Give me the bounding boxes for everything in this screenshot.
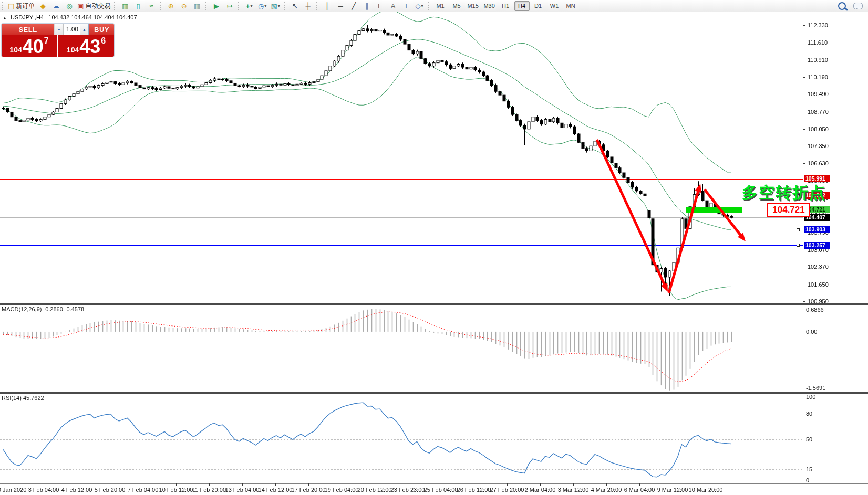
candlestick-chart-icon[interactable]: ▯: [132, 1, 145, 12]
sell-button[interactable]: SELL: [2, 24, 54, 35]
time-axis-label: 26 Feb 12:00: [457, 487, 491, 493]
price-line-badge: 103.257: [804, 242, 830, 249]
timeframe-button-M30[interactable]: M30: [482, 1, 497, 11]
toolbar-grip: [2, 2, 4, 10]
zoom-out-icon[interactable]: ⊖: [178, 1, 191, 12]
macd-axis-tick: 0.6866: [806, 307, 824, 313]
autoscroll-icon[interactable]: ▶: [210, 1, 223, 12]
volume-down-stepper[interactable]: ▼: [55, 24, 64, 35]
timeframe-button-H4[interactable]: H4: [514, 1, 530, 11]
templates-icon: ▧: [271, 3, 277, 9]
macd-axis-tick: -1.5691: [806, 385, 825, 391]
price-axis-tick: 106.630: [808, 160, 829, 166]
indicators-button[interactable]: + ▾: [243, 1, 256, 12]
buy-price-big: 43: [79, 38, 100, 56]
timeframe-button-M15[interactable]: M15: [466, 1, 481, 11]
volume-control: ▼ 1.00 ▲: [55, 24, 89, 35]
search-icon[interactable]: [838, 2, 846, 10]
turning-point-annotation[interactable]: 多空转折点: [742, 182, 826, 204]
price-axis-tick: 108.050: [808, 126, 829, 132]
toolbar-grip: [160, 2, 162, 10]
rsi-axis-tick: 15: [806, 466, 812, 472]
toolbar-grip: [428, 2, 430, 10]
funnel-icon[interactable]: ◆: [36, 1, 49, 12]
price-annotation-label[interactable]: 104.721: [767, 203, 810, 217]
buy-price-prefix: 104: [67, 46, 79, 54]
new-order-icon: ▤: [8, 3, 14, 9]
new-order-label: 新订单: [16, 2, 35, 10]
trendline-icon[interactable]: ╱: [347, 1, 360, 12]
time-axis-label: 2 Mar 04:00: [525, 487, 556, 493]
crosshair-icon[interactable]: ┼: [302, 1, 315, 12]
buy-button[interactable]: BUY: [89, 24, 114, 35]
profiles-icon[interactable]: ☁: [49, 1, 63, 12]
sell-price-big: 40: [23, 38, 44, 56]
toolbar-grip: [205, 2, 208, 10]
bar-chart-icon[interactable]: ▥: [119, 1, 132, 12]
time-axis-label: 9 Mar 12:00: [657, 487, 688, 493]
autotrade-label: 自动交易: [86, 2, 111, 10]
templates-button[interactable]: ▧ ▾: [269, 1, 282, 12]
symbol-title: USDJPY-,H4: [11, 14, 44, 20]
one-click-trade-panel: SELL ▼ 1.00 ▲ BUY 104 40 7 104 43 6: [2, 24, 114, 57]
timeframe-button-M1[interactable]: M1: [433, 1, 448, 11]
macd-label: MACD(12,26,9) -0.2860 -0.4578: [2, 306, 84, 312]
time-axis-label: 7 Feb 04:00: [128, 487, 159, 493]
time-axis-label: 23 Feb 23:00: [391, 487, 425, 493]
sell-price-prefix: 104: [9, 46, 22, 54]
price-line-badge: 105.991: [804, 175, 830, 182]
line-handle[interactable]: [797, 244, 800, 247]
signals-icon[interactable]: ◎: [63, 1, 76, 12]
price-axis-tick: 110.190: [808, 74, 828, 80]
vertical-line-icon[interactable]: │: [321, 1, 334, 12]
axis-overlays: 112.330111.610110.910110.190109.490108.7…: [0, 0, 868, 495]
rsi-label: RSI(14) 45.7622: [2, 395, 44, 401]
fibonacci-icon[interactable]: F: [374, 1, 387, 12]
chat-icon[interactable]: [853, 3, 863, 9]
price-axis-tick: 112.330: [808, 22, 828, 28]
macd-axis-tick: 0.00: [806, 329, 817, 335]
buy-price[interactable]: 104 43 6: [58, 35, 114, 57]
autotrade-button[interactable]: ▣ 自动交易: [76, 1, 112, 12]
trade-panel-prices: 104 40 7 104 43 6: [2, 35, 114, 57]
rsi-axis-tick: 0: [806, 477, 809, 483]
periods-button[interactable]: ◷ ▾: [256, 1, 269, 12]
chevron-down-icon: ▾: [264, 4, 266, 8]
timeframe-button-MN[interactable]: MN: [563, 1, 578, 11]
time-axis-label: 14 Feb 12:00: [259, 487, 293, 493]
channel-icon[interactable]: ∥: [360, 1, 374, 12]
volume-input[interactable]: 1.00: [64, 24, 80, 35]
time-axis-label: 4 Mar 20:00: [591, 487, 622, 493]
symbol-info: ▲ USDJPY-,H4 104.432 104.464 104.404 104…: [3, 14, 137, 20]
price-axis-tick: 102.370: [808, 264, 829, 270]
timeframe-button-D1[interactable]: D1: [531, 1, 546, 11]
line-chart-icon[interactable]: ≈: [145, 1, 158, 12]
trade-panel-header: SELL ▼ 1.00 ▲ BUY: [2, 24, 114, 35]
line-handle[interactable]: [797, 228, 800, 231]
price-axis-tick: 101.650: [808, 281, 829, 288]
chart-shift-icon[interactable]: ↦: [223, 1, 236, 12]
volume-up-stepper[interactable]: ▲: [80, 24, 88, 35]
toolbar-grip: [114, 2, 117, 10]
cursor-icon[interactable]: ↖: [288, 1, 302, 12]
tile-windows-icon[interactable]: ▦: [191, 1, 204, 12]
text-label-icon[interactable]: T: [400, 1, 413, 12]
new-order-button[interactable]: ▤ 新订单: [6, 1, 36, 12]
sell-price[interactable]: 104 40 7: [2, 35, 57, 57]
chevron-down-icon: ▾: [278, 4, 280, 8]
rsi-axis-tick: 100: [806, 394, 815, 400]
shapes-button[interactable]: ◇ ▾: [413, 1, 426, 12]
indicators-icon: +: [246, 3, 250, 9]
text-icon[interactable]: A: [387, 1, 400, 12]
timeframe-button-W1[interactable]: W1: [547, 1, 562, 11]
time-axis-label: 5 Feb 20:00: [95, 487, 126, 493]
symbol-marker-icon: ▲: [3, 16, 7, 20]
timeframe-button-H1[interactable]: H1: [498, 1, 513, 11]
horizontal-line-icon[interactable]: ─: [334, 1, 347, 12]
rsi-axis-tick: 80: [806, 410, 812, 417]
timeframe-button-M5[interactable]: M5: [449, 1, 464, 11]
chevron-down-icon: ▾: [250, 4, 252, 8]
buy-price-sup: 6: [101, 36, 106, 46]
timeframe-group: M1M5M15M30H1H4D1W1MN: [432, 1, 579, 11]
zoom-in-icon[interactable]: ⊕: [164, 1, 178, 12]
